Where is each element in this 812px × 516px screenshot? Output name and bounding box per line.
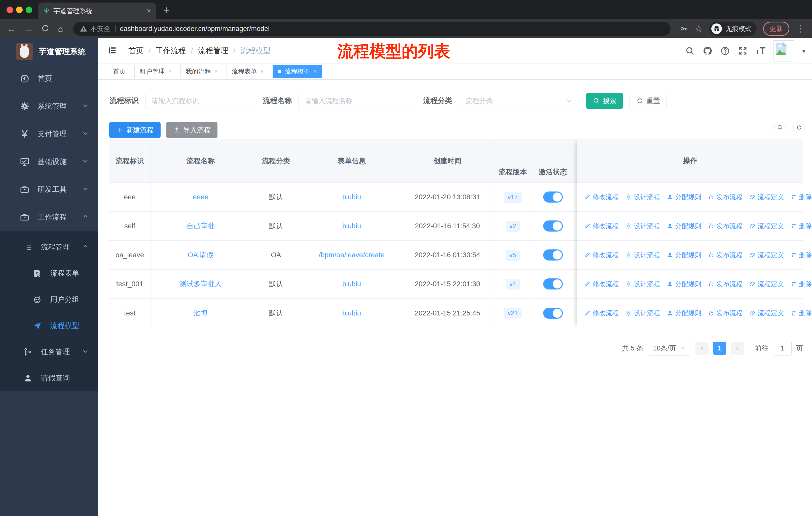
goto-page-input[interactable]: 1 xyxy=(773,341,792,355)
cell-form-info[interactable]: biubiu xyxy=(301,212,402,240)
action-design-link[interactable]: 设计流程 xyxy=(625,251,660,260)
action-edit-link[interactable]: 修改流程 xyxy=(584,280,619,289)
action-publish-link[interactable]: 发布流程 xyxy=(708,193,743,201)
sidebar-item-task-manage[interactable]: 任务管理 xyxy=(0,339,98,365)
action-publish-link[interactable]: 发布流程 xyxy=(708,251,743,260)
close-icon[interactable]: × xyxy=(261,68,264,75)
active-toggle[interactable] xyxy=(543,220,563,232)
action-design-link[interactable]: 设计流程 xyxy=(625,193,660,201)
action-definition-link[interactable]: 流程定义 xyxy=(749,222,784,230)
sidebar-item-user-group[interactable]: 用户分组 xyxy=(0,287,98,313)
action-edit-link[interactable]: 修改流程 xyxy=(584,309,619,318)
current-page[interactable]: 1 xyxy=(713,342,726,355)
cell-process-name[interactable]: 滔博 xyxy=(150,299,251,328)
action-design-link[interactable]: 设计流程 xyxy=(625,280,660,289)
refresh-table-button[interactable] xyxy=(793,122,805,133)
active-toggle[interactable] xyxy=(543,191,563,202)
cell-form-info[interactable]: biubiu xyxy=(301,270,402,298)
reload-icon[interactable] xyxy=(41,24,49,33)
caret-down-icon[interactable]: ▾ xyxy=(802,47,806,55)
search-icon[interactable] xyxy=(685,46,695,56)
cell-form-info[interactable]: /bpm/oa/leave/create xyxy=(301,241,402,269)
maximize-window-button[interactable] xyxy=(26,6,32,13)
sidebar-item-devtools[interactable]: 研发工具 xyxy=(0,175,98,203)
breadcrumb-process-manage[interactable]: 流程管理 xyxy=(198,46,228,56)
browser-tab[interactable]: 芋道管理系统 × xyxy=(38,2,156,19)
action-del-link[interactable]: 删除 xyxy=(790,193,812,201)
action-edit-link[interactable]: 修改流程 xyxy=(584,222,619,230)
action-del-link[interactable]: 删除 xyxy=(790,251,812,260)
close-icon[interactable]: × xyxy=(314,68,317,75)
tag-my-process[interactable]: 我的流程× xyxy=(180,65,223,78)
action-publish-link[interactable]: 发布流程 xyxy=(708,222,743,230)
tag-process-model[interactable]: 流程模型× xyxy=(272,65,322,78)
filter-category-select[interactable]: 流程分类 xyxy=(460,93,578,109)
key-icon[interactable] xyxy=(679,24,688,33)
action-del-link[interactable]: 删除 xyxy=(790,309,812,318)
search-button[interactable]: 搜索 xyxy=(586,93,623,109)
tag-tenant[interactable]: 租户管理× xyxy=(135,65,177,78)
action-assign-link[interactable]: 分配规则 xyxy=(667,222,701,230)
sidebar-item-process-manage[interactable]: 流程管理 xyxy=(0,234,98,260)
action-del-link[interactable]: 删除 xyxy=(790,222,812,230)
active-toggle[interactable] xyxy=(543,278,563,290)
action-publish-link[interactable]: 发布流程 xyxy=(708,280,743,289)
close-icon[interactable]: × xyxy=(214,68,218,75)
sidebar-item-home[interactable]: 首页 xyxy=(0,65,98,92)
sidebar-item-process-form[interactable]: 流程表单 xyxy=(0,260,98,287)
import-process-button[interactable]: 导入流程 xyxy=(166,122,218,138)
cell-form-info[interactable]: biubiu xyxy=(301,183,402,211)
action-definition-link[interactable]: 流程定义 xyxy=(749,309,784,318)
avatar[interactable] xyxy=(774,40,794,61)
filter-name-input[interactable] xyxy=(298,93,413,109)
fullscreen-icon[interactable] xyxy=(738,46,748,56)
action-assign-link[interactable]: 分配规则 xyxy=(667,193,701,201)
update-button[interactable]: 更新 xyxy=(763,22,789,36)
sidebar-item-infrastructure[interactable]: 基础设施 xyxy=(0,148,98,175)
action-del-link[interactable]: 删除 xyxy=(790,280,812,289)
action-design-link[interactable]: 设计流程 xyxy=(625,309,660,318)
font-size-icon[interactable]: TT xyxy=(756,46,765,56)
action-definition-link[interactable]: 流程定义 xyxy=(749,251,784,260)
action-design-link[interactable]: 设计流程 xyxy=(625,222,660,230)
close-icon[interactable]: × xyxy=(168,68,172,75)
filter-id-input[interactable] xyxy=(145,93,252,109)
prev-page-button[interactable]: ‹ xyxy=(695,342,708,355)
window-controls[interactable] xyxy=(6,6,32,13)
close-window-button[interactable] xyxy=(6,6,13,13)
sidebar-fold-icon[interactable] xyxy=(107,45,117,56)
home-icon[interactable]: ⌂ xyxy=(58,24,63,33)
action-assign-link[interactable]: 分配规则 xyxy=(667,280,701,289)
back-icon[interactable]: ← xyxy=(7,24,16,33)
new-tab-button[interactable]: + xyxy=(163,4,170,16)
tag-process-form[interactable]: 流程表单× xyxy=(227,65,269,78)
create-process-button[interactable]: 新建流程 xyxy=(109,122,161,138)
cell-process-name[interactable]: OA 请假 xyxy=(150,241,251,269)
next-page-button[interactable]: › xyxy=(731,342,744,355)
cell-process-name[interactable]: 自己审批 xyxy=(150,212,251,240)
sidebar-item-process-model[interactable]: 流程模型 xyxy=(0,313,98,339)
cell-process-name[interactable]: 测试多审批人 xyxy=(150,270,251,298)
address-bar[interactable]: 不安全 dashboard.yudao.iocoder.cn/bpm/manag… xyxy=(73,22,671,36)
breadcrumb-workflow[interactable]: 工作流程 xyxy=(155,46,186,56)
action-definition-link[interactable]: 流程定义 xyxy=(749,193,784,201)
cell-form-info[interactable]: biubiu xyxy=(301,299,402,328)
show-search-button[interactable] xyxy=(774,122,786,133)
tag-home[interactable]: 首页 xyxy=(108,65,131,78)
action-assign-link[interactable]: 分配规则 xyxy=(667,251,701,260)
tab-close-icon[interactable]: × xyxy=(146,7,151,15)
help-icon[interactable] xyxy=(720,46,730,56)
sidebar-item-system[interactable]: 系统管理 xyxy=(0,92,98,120)
action-definition-link[interactable]: 流程定义 xyxy=(749,280,784,289)
sidebar-item-payment[interactable]: ¥ 支付管理 xyxy=(0,120,98,148)
minimize-window-button[interactable] xyxy=(16,6,23,13)
bookmark-star-icon[interactable]: ☆ xyxy=(695,24,703,33)
page-size-select[interactable]: 10条/页 xyxy=(648,341,691,355)
sidebar-item-leave-query[interactable]: 请假查询 xyxy=(0,365,98,391)
action-assign-link[interactable]: 分配规则 xyxy=(667,309,701,318)
sidebar-item-workflow[interactable]: 工作流程 xyxy=(0,203,98,231)
active-toggle[interactable] xyxy=(543,308,563,319)
menu-dots-icon[interactable]: ⋮ xyxy=(796,24,805,33)
action-edit-link[interactable]: 修改流程 xyxy=(584,193,619,201)
cell-process-name[interactable]: eeee xyxy=(150,183,251,211)
